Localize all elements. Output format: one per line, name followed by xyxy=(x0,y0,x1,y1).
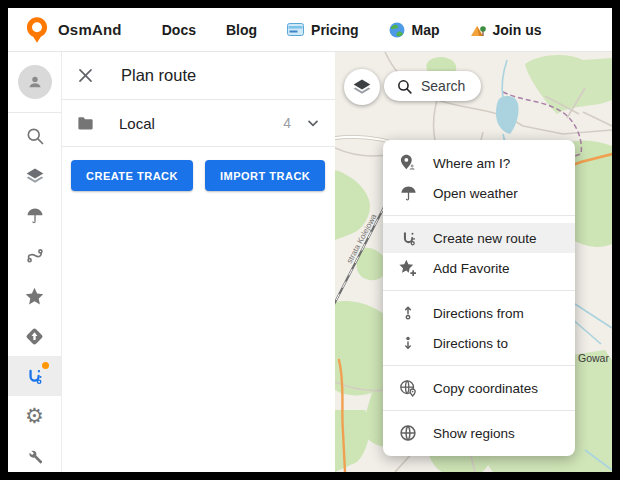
sidebar-item-tools[interactable] xyxy=(8,436,61,476)
nav-label: Blog xyxy=(226,22,257,38)
menu-item-directions-to[interactable]: Directions to xyxy=(383,328,575,358)
sidebar-item-settings[interactable]: ⚙ xyxy=(8,396,61,436)
menu-divider xyxy=(383,215,575,216)
nav-item-pricing[interactable]: Pricing xyxy=(287,22,358,38)
sidebar-item-layers[interactable] xyxy=(8,156,61,196)
menu-item-label: Copy coordinates xyxy=(433,381,538,396)
directions-to-icon xyxy=(397,334,419,352)
plan-route-panel: Plan route Local 4 CREATE TRACK IMPORT T… xyxy=(62,52,335,472)
folder-row-local[interactable]: Local 4 xyxy=(62,100,335,147)
sidebar-item-favorites[interactable] xyxy=(8,276,61,316)
person-icon xyxy=(26,73,44,91)
nav-label: Pricing xyxy=(311,22,358,38)
search-label: Search xyxy=(421,78,465,94)
globe-outline-icon xyxy=(397,423,419,443)
chevron-down-icon[interactable] xyxy=(305,115,321,131)
sidebar-item-weather[interactable] xyxy=(8,196,61,236)
create-track-button[interactable]: CREATE TRACK xyxy=(71,160,193,191)
account-avatar[interactable] xyxy=(18,65,52,99)
menu-item-label: Directions to xyxy=(433,336,508,351)
plan-route-icon xyxy=(24,366,45,387)
close-icon[interactable] xyxy=(76,66,95,85)
globe-icon xyxy=(389,22,405,38)
sidebar-item-plan-route[interactable] xyxy=(8,356,61,396)
menu-divider xyxy=(383,410,575,411)
nav-item-map[interactable]: Map xyxy=(389,22,440,38)
menu-item-label: Create new route xyxy=(433,231,537,246)
map-search-button[interactable]: Search xyxy=(384,71,481,101)
left-sidebar: ⚙ xyxy=(8,52,62,472)
folder-name: Local xyxy=(119,115,155,132)
menu-item-label: Show regions xyxy=(433,426,515,441)
nav-item-join-us[interactable]: Join us xyxy=(470,22,542,38)
menu-item-create-new-route[interactable]: Create new route xyxy=(383,223,575,253)
brand-name[interactable]: OsmAnd xyxy=(58,21,122,38)
route-icon xyxy=(397,229,419,248)
settings-gear-icon: ⚙ xyxy=(25,406,44,427)
menu-item-add-favorite[interactable]: Add Favorite xyxy=(383,253,575,283)
nav-links: Docs Blog Pricing Map xyxy=(162,22,542,38)
weather-umbrella-icon xyxy=(25,206,45,226)
nav-item-blog[interactable]: Blog xyxy=(226,22,257,38)
nav-label: Docs xyxy=(162,22,196,38)
search-icon xyxy=(396,78,413,95)
sidebar-items: ⚙ xyxy=(8,113,61,476)
tracks-icon xyxy=(25,246,45,266)
nav-item-docs[interactable]: Docs xyxy=(162,22,196,38)
nav-label: Join us xyxy=(493,22,542,38)
place-label: Gowar xyxy=(578,352,609,364)
folder-count: 4 xyxy=(283,115,291,131)
menu-divider xyxy=(383,365,575,366)
osmand-web-app: OsmAnd Docs Blog Pricing xyxy=(0,0,620,480)
menu-item-label: Open weather xyxy=(433,186,518,201)
menu-item-open-weather[interactable]: Open weather xyxy=(383,178,575,208)
layers-icon xyxy=(352,77,372,97)
menu-item-copy-coordinates[interactable]: Copy coordinates xyxy=(383,373,575,403)
credit-card-icon xyxy=(287,23,304,36)
menu-item-label: Add Favorite xyxy=(433,261,510,276)
import-track-button[interactable]: IMPORT TRACK xyxy=(205,160,325,191)
map-context-menu: Where am I? Open weather xyxy=(383,140,575,456)
menu-item-where-am-i[interactable]: Where am I? xyxy=(383,148,575,178)
menu-item-label: Where am I? xyxy=(433,156,510,171)
menu-item-show-regions[interactable]: Show regions xyxy=(383,418,575,448)
osmand-logo[interactable] xyxy=(26,16,48,44)
globe-pin-icon xyxy=(397,378,419,398)
umbrella-icon xyxy=(397,184,419,203)
menu-item-directions-from[interactable]: Directions from xyxy=(383,298,575,328)
menu-divider xyxy=(383,290,575,291)
search-icon xyxy=(25,126,45,146)
nav-label: Map xyxy=(412,22,440,38)
star-plus-icon xyxy=(397,258,419,278)
layers-icon xyxy=(25,166,45,186)
person-pin-icon xyxy=(397,153,419,173)
camping-icon xyxy=(470,23,486,37)
sidebar-item-tracks[interactable] xyxy=(8,236,61,276)
map-layers-button[interactable] xyxy=(344,69,380,105)
track-buttons: CREATE TRACK IMPORT TRACK xyxy=(62,147,335,191)
navigation-icon xyxy=(24,326,45,347)
notification-dot xyxy=(42,362,49,369)
top-navbar: OsmAnd Docs Blog Pricing xyxy=(8,8,612,52)
tools-wrench-icon xyxy=(25,447,44,466)
panel-header: Plan route xyxy=(62,52,335,100)
favorites-star-icon xyxy=(24,286,45,307)
page-title: Plan route xyxy=(121,66,196,85)
sidebar-item-search[interactable] xyxy=(8,116,61,156)
directions-from-icon xyxy=(397,304,419,322)
osmand-pin-icon xyxy=(26,16,48,44)
menu-item-label: Directions from xyxy=(433,306,524,321)
sidebar-item-navigation[interactable] xyxy=(8,316,61,356)
folder-icon xyxy=(76,114,95,133)
